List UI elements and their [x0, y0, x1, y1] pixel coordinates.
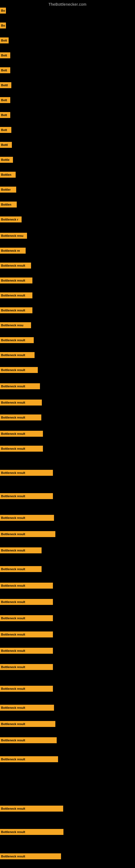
bottleneck-bar: Bottleneck result — [0, 566, 42, 572]
bottleneck-bar: Bott — [0, 127, 11, 133]
bar-row: Bottler — [0, 187, 135, 193]
bottleneck-bar: Bottleneck result — [0, 547, 42, 553]
bottleneck-bar: Bottleneck re — [0, 248, 26, 254]
bottleneck-bar: Bott — [0, 52, 10, 58]
bottleneck-bar: Bottleneck result — [0, 493, 53, 499]
bar-row: Bottlen — [0, 202, 135, 208]
bar-row: Bottleneck result — [0, 721, 135, 727]
bottleneck-bar: Bottleneck result — [0, 705, 54, 711]
bar-row: Bottleneck result — [0, 705, 135, 711]
bar-row: Bottleneck result — [0, 400, 135, 405]
bar-row: Bott — [0, 37, 135, 43]
bar-row: Bottleneck result — [0, 599, 135, 605]
bottleneck-bar: Bottleneck result — [0, 431, 43, 437]
bottleneck-bar: Bottleneck resu — [0, 233, 27, 239]
bar-row: Bottl — [0, 142, 135, 148]
bottleneck-bar: Bottleneck result — [0, 737, 57, 743]
bottleneck-bar: Bottleneck result — [0, 367, 38, 373]
bottleneck-bar: Bottleneck result — [0, 414, 41, 421]
bar-row: Bottle — [0, 157, 135, 163]
bottleneck-bar: Bott — [0, 112, 10, 118]
bottleneck-bar: Bottleneck result — [0, 829, 63, 835]
bottleneck-bar: Bottleneck result — [0, 854, 61, 859]
bottleneck-bar: Bottleneck result — [0, 756, 58, 762]
bottleneck-bar: Bottleneck result — [0, 400, 42, 405]
bar-row: Bottleneck result — [0, 515, 135, 521]
bottleneck-bar: Bottleneck result — [0, 686, 53, 692]
bar-row: Bottleneck result — [0, 431, 135, 437]
bottleneck-bar: Bottleneck result — [0, 262, 31, 269]
bar-row: Bottleneck result — [0, 631, 135, 638]
bar-row: Bott — [0, 127, 135, 133]
bottleneck-bar: Bottleneck result — [0, 337, 34, 343]
bar-row: Bottleneck r — [0, 216, 135, 222]
bar-row: Bottleneck result — [0, 278, 135, 283]
bar-row: Bottleneck result — [0, 829, 135, 835]
bar-row: Bottleneck result — [0, 493, 135, 499]
bottleneck-bar: Bottleneck result — [0, 515, 54, 521]
bar-row: Bottleneck result — [0, 806, 135, 812]
bottleneck-bar: Bo — [0, 23, 6, 29]
bottleneck-bar: Bottleneck result — [0, 615, 53, 621]
site-title: TheBottlenecker.com — [0, 0, 135, 8]
bar-row: Bottleneck result — [0, 547, 135, 553]
bottleneck-bar: Bottleneck result — [0, 806, 63, 812]
bar-row: Bottleneck result — [0, 262, 135, 269]
bar-row: Bottleneck result — [0, 446, 135, 452]
bottleneck-bar: Bottleneck result — [0, 648, 53, 654]
bottleneck-bar: Bottleneck result — [0, 278, 32, 283]
bottleneck-bar: Bott — [0, 67, 10, 73]
bar-row: Bottleneck result — [0, 756, 135, 762]
bottleneck-bar: Bottl — [0, 82, 11, 88]
bar-row: Bottleneck result — [0, 383, 135, 389]
bottleneck-bar: Bottleneck r — [0, 216, 21, 222]
bottleneck-bar: Bottl — [0, 142, 12, 148]
bar-row: Bottleneck result — [0, 583, 135, 589]
bottleneck-bar: Bott — [0, 97, 10, 103]
bar-row: Bottleneck result — [0, 414, 135, 421]
bar-row: Bottl — [0, 82, 135, 88]
bar-row: Bottleneck result — [0, 367, 135, 373]
bottleneck-bar: Bottleneck result — [0, 599, 53, 605]
bottleneck-bar: Bottler — [0, 187, 16, 193]
bar-row: Bottleneck result — [0, 648, 135, 654]
bottleneck-bar: Bott — [0, 37, 9, 43]
bottleneck-bar: Bottleneck result — [0, 352, 35, 358]
bottleneck-bar: Bottleneck result — [0, 383, 40, 389]
bar-row: Bottleneck result — [0, 337, 135, 343]
bar-row: Bottleneck result — [0, 566, 135, 572]
bottleneck-bar: Bo — [0, 8, 6, 13]
bottleneck-bar: Bottleneck result — [0, 292, 32, 299]
bottleneck-bar: Bottleneck result — [0, 531, 55, 537]
bottleneck-bar: Bottleneck result — [0, 470, 53, 476]
bar-row: Bottlen — [0, 172, 135, 178]
bar-row: Bottleneck resu — [0, 233, 135, 239]
bar-row: Bottleneck result — [0, 615, 135, 621]
bottleneck-bar: Bottleneck result — [0, 446, 43, 452]
bar-row: Bottleneck result — [0, 737, 135, 743]
bar-row: Bo — [0, 8, 135, 13]
bar-row: Bottleneck result — [0, 531, 135, 537]
bar-row: Bott — [0, 97, 135, 103]
bar-row: Bo — [0, 23, 135, 29]
bar-row: Bottleneck result — [0, 352, 135, 358]
bottleneck-bar: Bottlen — [0, 172, 16, 178]
bar-row: Bott — [0, 52, 135, 58]
bottleneck-bar: Bottleneck resu — [0, 322, 31, 328]
bottleneck-bar: Bottleneck result — [0, 721, 55, 727]
bar-row: Bottleneck result — [0, 664, 135, 670]
bar-row: Bottleneck result — [0, 686, 135, 692]
bar-row: Bott — [0, 67, 135, 73]
bar-row: Bottleneck result — [0, 307, 135, 313]
bar-row: Bott — [0, 112, 135, 118]
bottleneck-bar: Bottleneck result — [0, 307, 32, 313]
bottleneck-bar: Bottlen — [0, 202, 17, 208]
bar-row: Bottleneck result — [0, 292, 135, 299]
bottleneck-bar: Bottleneck result — [0, 631, 53, 638]
bottleneck-bar: Bottle — [0, 157, 13, 163]
bottleneck-bar: Bottleneck result — [0, 664, 53, 670]
bar-row: Bottleneck re — [0, 248, 135, 254]
bar-row: Bottleneck result — [0, 470, 135, 476]
bottleneck-bar: Bottleneck result — [0, 583, 53, 589]
bar-row: Bottleneck result — [0, 854, 135, 859]
